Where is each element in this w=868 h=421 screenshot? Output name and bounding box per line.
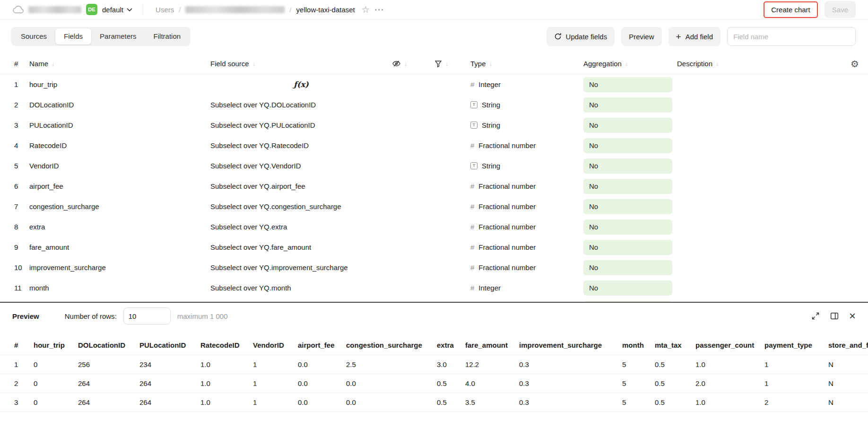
col-header-description-label: Description: [677, 60, 712, 68]
close-preview-icon[interactable]: ×: [849, 310, 856, 322]
add-field-label: Add field: [686, 33, 713, 41]
update-fields-button[interactable]: Update fields: [547, 27, 615, 46]
table-row[interactable]: 8extraSubselect over YQ.extra#Fractional…: [0, 217, 868, 237]
preview-toggle-button[interactable]: Preview: [621, 27, 661, 46]
field-name[interactable]: fare_amount: [29, 243, 210, 251]
row-index: 8: [0, 223, 29, 231]
field-name[interactable]: RatecodeID: [29, 141, 210, 149]
cloud-logo-icon[interactable]: [12, 6, 24, 14]
scope-selector[interactable]: default: [102, 6, 132, 14]
col-header-aggregation[interactable]: Aggregation ↓: [583, 60, 677, 68]
save-button[interactable]: Save: [825, 1, 856, 18]
table-row[interactable]: 9fare_amountSubselect over YQ.fare_amoun…: [0, 237, 868, 257]
eye-off-icon: [392, 59, 401, 68]
field-name[interactable]: improvement_surcharge: [29, 263, 210, 272]
aggregation-select[interactable]: No: [583, 158, 672, 174]
preview-cell: 4.0: [465, 374, 519, 393]
table-row[interactable]: 1hour_tripƒ(x)#IntegerNo: [0, 74, 868, 95]
preview-column-header: airport_fee: [298, 336, 346, 355]
aggregation-select[interactable]: No: [583, 118, 672, 133]
preview-cell: 264: [78, 393, 139, 412]
expand-preview-icon[interactable]: [811, 312, 820, 320]
aggregation-select[interactable]: No: [583, 260, 672, 275]
tab-fields[interactable]: Fields: [55, 28, 91, 44]
field-source: Subselect over YQ.improvement_surcharge: [210, 263, 392, 272]
preview-cell: 0.0: [298, 374, 346, 393]
sort-arrow-icon: ↓: [445, 60, 449, 67]
table-settings[interactable]: ⚙: [842, 58, 868, 70]
create-chart-button[interactable]: Create chart: [764, 1, 818, 18]
field-name[interactable]: PULocationID: [29, 121, 210, 129]
preview-cell: 2.5: [346, 355, 437, 374]
table-row[interactable]: 5VendorIDSubselect over YQ.VendorIDTStri…: [0, 156, 868, 176]
breadcrumb-users[interactable]: Users: [156, 6, 174, 14]
aggregation-select[interactable]: No: [583, 199, 672, 214]
aggregation-select[interactable]: No: [583, 179, 672, 194]
aggregation-select[interactable]: No: [583, 281, 672, 296]
aggregation-select[interactable]: No: [583, 219, 672, 235]
preview-cell: 0.3: [519, 374, 622, 393]
tab-sources[interactable]: Sources: [12, 28, 55, 44]
col-header-type[interactable]: Type ↓: [470, 60, 583, 68]
preview-column-header: congestion_surcharge: [346, 336, 437, 355]
field-name[interactable]: congestion_surcharge: [29, 202, 210, 210]
preview-cell: 0.5: [655, 374, 695, 393]
table-row[interactable]: [0, 298, 868, 302]
preview-cell: 1.0: [200, 393, 253, 412]
gear-icon[interactable]: ⚙: [851, 58, 859, 70]
col-header-type-label: Type: [470, 60, 486, 68]
table-row[interactable]: 10improvement_surchargeSubselect over YQ…: [0, 257, 868, 278]
table-row[interactable]: 2DOLocationIDSubselect over YQ.DOLocatio…: [0, 95, 868, 115]
col-header-filter[interactable]: ↓: [434, 60, 470, 68]
preview-column-header: #: [0, 336, 34, 355]
field-name[interactable]: month: [29, 284, 210, 292]
aggregation-cell: No: [583, 199, 677, 214]
col-header-name[interactable]: Name ↓: [29, 60, 210, 68]
aggregation-cell: No: [583, 77, 677, 92]
number-type-icon: #: [470, 284, 474, 292]
add-field-button[interactable]: + Add field: [668, 27, 720, 46]
fields-table-body: 1hour_tripƒ(x)#IntegerNo2DOLocationIDSub…: [0, 74, 868, 302]
aggregation-select[interactable]: No: [583, 97, 672, 113]
field-type: TString: [470, 121, 583, 129]
col-header-hidden[interactable]: ↓: [392, 59, 434, 68]
col-header-description[interactable]: Description ↓: [677, 60, 842, 68]
table-row[interactable]: 4RatecodeIDSubselect over YQ.RatecodeID#…: [0, 135, 868, 156]
field-name-search-input[interactable]: [727, 27, 856, 46]
aggregation-select[interactable]: No: [583, 77, 672, 92]
table-row[interactable]: 6airport_feeSubselect over YQ.airport_fe…: [0, 176, 868, 196]
col-header-field-source[interactable]: Field source ↓: [210, 60, 392, 68]
preview-cell: 1: [764, 355, 828, 374]
rows-count-input[interactable]: [123, 307, 171, 325]
table-row[interactable]: 3PULocationIDSubselect over YQ.PULocatio…: [0, 115, 868, 135]
aggregation-cell: No: [583, 219, 677, 235]
preview-cell: 3.0: [437, 355, 465, 374]
field-name[interactable]: DOLocationID: [29, 101, 210, 109]
preview-cell: 1: [253, 374, 298, 393]
preview-cell: 1: [253, 393, 298, 412]
aggregation-select[interactable]: [583, 301, 672, 302]
preview-cell: 1: [253, 355, 298, 374]
field-type-label: String: [482, 162, 500, 170]
field-name[interactable]: hour_trip: [29, 80, 210, 88]
aggregation-select[interactable]: No: [583, 138, 672, 153]
field-name[interactable]: VendorID: [29, 162, 210, 170]
aggregation-cell: No: [583, 179, 677, 194]
aggregation-select[interactable]: No: [583, 240, 672, 255]
row-index: 3: [0, 121, 29, 129]
field-type: #Fractional number: [470, 263, 583, 272]
org-badge[interactable]: DE: [86, 4, 97, 15]
field-type: TString: [470, 101, 583, 109]
dock-panel-icon[interactable]: [830, 312, 839, 320]
more-menu-icon[interactable]: ⋯: [374, 5, 384, 14]
tab-filtration[interactable]: Filtration: [145, 28, 190, 44]
table-row[interactable]: 11monthSubselect over YQ.month#IntegerNo: [0, 278, 868, 298]
field-name[interactable]: airport_fee: [29, 182, 210, 190]
table-row[interactable]: 7congestion_surchargeSubselect over YQ.c…: [0, 196, 868, 217]
tab-parameters[interactable]: Parameters: [91, 28, 145, 44]
favorite-star-icon[interactable]: ☆: [362, 5, 370, 14]
field-type-label: Fractional number: [478, 263, 536, 272]
sort-arrow-icon: ↓: [404, 60, 408, 67]
redacted-folder-name[interactable]: [185, 6, 285, 13]
field-name[interactable]: extra: [29, 223, 210, 231]
